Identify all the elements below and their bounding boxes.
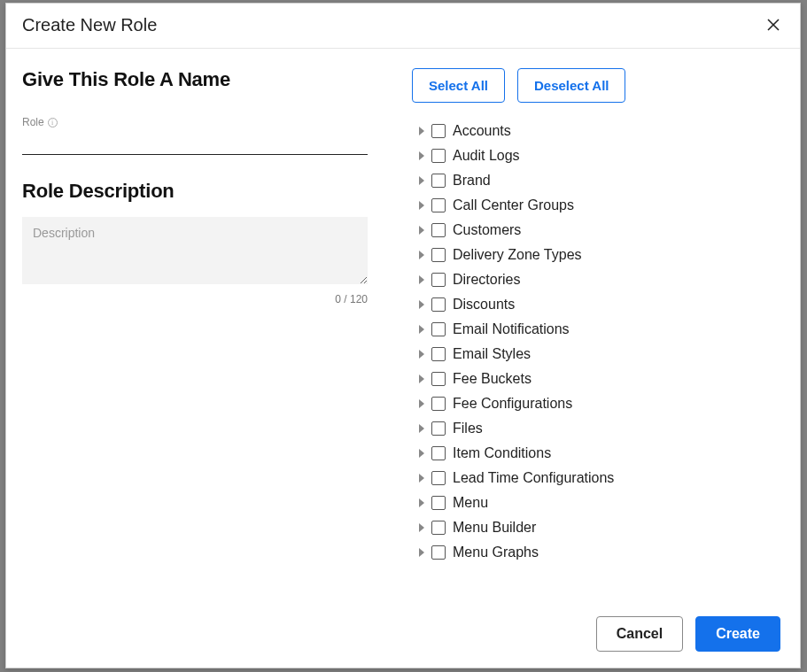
permission-checkbox[interactable]	[431, 347, 446, 361]
permission-checkbox[interactable]	[431, 198, 446, 212]
left-pane: Give This Role A Name Role i Role Descri…	[22, 49, 394, 602]
permission-row[interactable]: Brand	[419, 168, 780, 193]
permission-row[interactable]: Delivery Zone Types	[419, 243, 780, 267]
description-heading: Role Description	[22, 180, 368, 203]
select-all-button[interactable]: Select All	[412, 68, 505, 103]
permission-checkbox[interactable]	[431, 521, 446, 535]
chevron-right-icon[interactable]	[419, 251, 424, 259]
permission-checkbox[interactable]	[431, 545, 446, 560]
permission-label: Call Center Groups	[453, 197, 574, 213]
create-button[interactable]: Create	[695, 616, 780, 652]
permission-checkbox[interactable]	[431, 223, 446, 237]
permission-label: Menu Builder	[453, 520, 536, 536]
permission-row[interactable]: Email Styles	[419, 342, 780, 367]
permission-checkbox[interactable]	[431, 297, 446, 312]
permission-row[interactable]: Discounts	[419, 292, 780, 317]
modal-title: Create New Role	[22, 15, 157, 35]
permission-label: Discounts	[453, 297, 515, 313]
permission-checkbox[interactable]	[431, 471, 446, 485]
permission-row[interactable]: Directories	[419, 267, 780, 292]
description-textarea[interactable]	[22, 217, 368, 284]
chevron-right-icon[interactable]	[419, 325, 424, 334]
permission-row[interactable]: Call Center Groups	[419, 193, 780, 218]
permission-checkbox[interactable]	[431, 174, 446, 188]
permission-checkbox[interactable]	[431, 149, 446, 163]
role-label: Role	[22, 116, 44, 128]
permission-label: Accounts	[453, 123, 511, 139]
permission-label: Brand	[453, 173, 491, 189]
permission-checkbox[interactable]	[431, 248, 446, 262]
permission-checkbox[interactable]	[431, 322, 446, 336]
permission-row[interactable]: Fee Configurations	[419, 391, 780, 416]
char-counter: 0 / 120	[22, 293, 368, 305]
permission-label: Email Notifications	[453, 321, 570, 337]
permission-label: Delivery Zone Types	[453, 247, 582, 263]
chevron-right-icon[interactable]	[419, 176, 424, 185]
permission-label: Lead Time Configurations	[453, 470, 614, 486]
chevron-right-icon[interactable]	[419, 474, 424, 483]
permission-checkbox[interactable]	[431, 397, 446, 411]
chevron-right-icon[interactable]	[419, 201, 424, 210]
chevron-right-icon[interactable]	[419, 275, 424, 284]
chevron-right-icon[interactable]	[419, 300, 424, 309]
permission-label: Fee Configurations	[453, 396, 572, 412]
permission-label: Directories	[453, 272, 520, 288]
info-icon[interactable]: i	[48, 118, 58, 127]
modal-body: Give This Role A Name Role i Role Descri…	[6, 49, 800, 602]
permission-label: Menu	[453, 495, 488, 511]
chevron-right-icon[interactable]	[419, 127, 424, 135]
permission-row[interactable]: Item Conditions	[419, 441, 780, 466]
permission-row[interactable]: Accounts	[419, 119, 780, 143]
chevron-right-icon[interactable]	[419, 523, 424, 532]
permission-row[interactable]: Customers	[419, 218, 780, 243]
chevron-right-icon[interactable]	[419, 226, 424, 235]
role-field: Role i	[22, 116, 368, 155]
permission-label: Audit Logs	[453, 148, 520, 164]
permission-row[interactable]: Fee Buckets	[419, 367, 780, 391]
permission-checkbox[interactable]	[431, 124, 446, 138]
permissions-list[interactable]: AccountsAudit LogsBrandCall Center Group…	[412, 119, 784, 602]
modal-header: Create New Role	[6, 4, 800, 49]
role-name-input[interactable]	[22, 132, 368, 155]
chevron-right-icon[interactable]	[419, 375, 424, 383]
select-buttons: Select All Deselect All	[412, 68, 784, 103]
role-label-row: Role i	[22, 116, 368, 128]
name-heading: Give This Role A Name	[22, 68, 368, 91]
right-pane: Select All Deselect All AccountsAudit Lo…	[394, 49, 784, 602]
permission-row[interactable]: Menu Graphs	[419, 540, 780, 565]
permission-checkbox[interactable]	[431, 496, 446, 510]
chevron-right-icon[interactable]	[419, 449, 424, 458]
permission-label: Files	[453, 421, 483, 436]
chevron-right-icon[interactable]	[419, 151, 424, 160]
permission-row[interactable]: Menu Builder	[419, 515, 780, 540]
chevron-right-icon[interactable]	[419, 399, 424, 408]
chevron-right-icon[interactable]	[419, 424, 424, 433]
permission-label: Item Conditions	[453, 445, 551, 461]
permission-row[interactable]: Lead Time Configurations	[419, 466, 780, 490]
permission-label: Menu Graphs	[453, 545, 539, 560]
chevron-right-icon[interactable]	[419, 498, 424, 507]
permission-label: Customers	[453, 222, 521, 238]
permission-checkbox[interactable]	[431, 273, 446, 287]
permission-row[interactable]: Audit Logs	[419, 143, 780, 168]
permission-label: Fee Buckets	[453, 371, 532, 387]
permission-checkbox[interactable]	[431, 372, 446, 386]
chevron-right-icon[interactable]	[419, 350, 424, 359]
permission-row[interactable]: Email Notifications	[419, 317, 780, 342]
deselect-all-button[interactable]: Deselect All	[517, 68, 626, 103]
permission-checkbox[interactable]	[431, 446, 446, 460]
close-button[interactable]	[763, 14, 784, 35]
permission-row[interactable]: Menu	[419, 490, 780, 515]
modal-footer: Cancel Create	[6, 602, 800, 668]
chevron-right-icon[interactable]	[419, 548, 424, 557]
close-icon	[765, 17, 781, 33]
create-role-modal: Create New Role Give This Role A Name Ro…	[5, 3, 801, 668]
permission-label: Email Styles	[453, 346, 531, 362]
permission-checkbox[interactable]	[431, 421, 446, 436]
permission-row[interactable]: Files	[419, 416, 780, 441]
cancel-button[interactable]: Cancel	[596, 616, 683, 652]
